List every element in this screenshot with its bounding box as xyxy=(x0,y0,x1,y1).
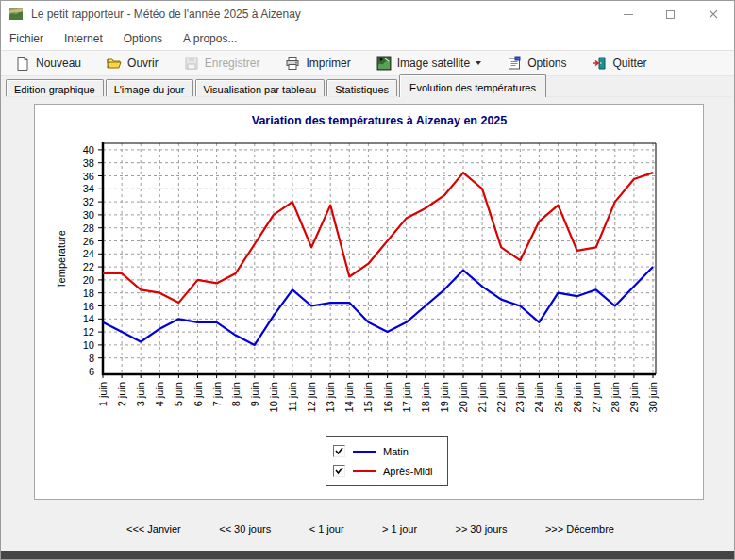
svg-text:8: 8 xyxy=(89,353,94,364)
tab-edition-graphique[interactable]: Edition graphique xyxy=(6,79,104,96)
tab-evolution-des-temp-ratures[interactable]: Evolution des températures xyxy=(399,74,546,97)
window-controls xyxy=(607,1,734,27)
window-bottom-edge xyxy=(1,551,734,559)
svg-text:8 juin: 8 juin xyxy=(230,382,242,406)
menubar: FichierInternetOptionsA propos... xyxy=(1,27,734,50)
window-title: Le petit rapporteur - Météo de l'année 2… xyxy=(31,8,301,21)
toolbar-button-label: Image satellite xyxy=(397,57,470,70)
svg-text:13 juin: 13 juin xyxy=(325,382,336,412)
menu-item-internet[interactable]: Internet xyxy=(64,32,103,45)
menu-item-fichier[interactable]: Fichier xyxy=(9,32,43,45)
legend-checkbox-apr-s-midi[interactable] xyxy=(333,465,345,477)
svg-text:Température: Température xyxy=(56,230,67,288)
svg-text:21 juin: 21 juin xyxy=(476,382,488,412)
svg-text:4 juin: 4 juin xyxy=(154,382,165,406)
toolbar-button-label: Nouveau xyxy=(36,57,81,70)
svg-text:6 juin: 6 juin xyxy=(192,382,204,406)
toolbar-button-imprimer[interactable]: Imprimer xyxy=(285,56,350,71)
nav-1-jour[interactable]: < 1 jour xyxy=(309,523,344,535)
series-line-matin xyxy=(103,267,653,345)
svg-text:25 juin: 25 juin xyxy=(553,382,564,412)
legend-label: Après-Midi xyxy=(383,466,433,477)
chart-container: 68101214161820222426283032343638401 juin… xyxy=(34,104,704,500)
tab-visualisation-par-tableau[interactable]: Visualisation par tableau xyxy=(195,79,326,96)
tab-strip: Edition graphiqueL'image du jourVisualis… xyxy=(6,77,548,96)
legend-line-sample xyxy=(353,470,376,472)
svg-text:38: 38 xyxy=(83,157,94,169)
svg-text:14 juin: 14 juin xyxy=(343,382,355,412)
svg-text:30 juin: 30 juin xyxy=(647,382,659,412)
open-folder-icon xyxy=(107,56,122,71)
menu-item-options[interactable]: Options xyxy=(124,32,162,45)
toolbar: NouveauOuvrirEnregistrerImprimerImage sa… xyxy=(1,50,734,76)
maximize-button[interactable] xyxy=(649,1,692,27)
svg-text:10: 10 xyxy=(83,339,94,351)
legend-label: Matin xyxy=(383,446,409,457)
toolbar-button-label: Imprimer xyxy=(306,57,350,70)
svg-text:18 juin: 18 juin xyxy=(420,382,431,412)
svg-text:27 juin: 27 juin xyxy=(591,382,602,412)
svg-text:20 juin: 20 juin xyxy=(458,382,469,412)
tab-page-evolution: 68101214161820222426283032343638401 juin… xyxy=(4,96,731,551)
svg-text:24 juin: 24 juin xyxy=(533,382,544,412)
svg-text:5 juin: 5 juin xyxy=(173,382,184,406)
toolbar-button-enregistrer[interactable]: Enregistrer xyxy=(184,56,260,71)
nav-janvier[interactable]: <<< Janvier xyxy=(126,523,181,535)
close-icon xyxy=(709,9,718,19)
svg-text:10 juin: 10 juin xyxy=(268,382,279,412)
close-button[interactable] xyxy=(692,1,734,27)
toolbar-button-ouvrir[interactable]: Ouvrir xyxy=(107,56,159,71)
application-window: Le petit rapporteur - Météo de l'année 2… xyxy=(0,0,735,560)
svg-text:28 juin: 28 juin xyxy=(610,382,621,412)
satellite-image-icon xyxy=(376,56,392,71)
svg-text:23 juin: 23 juin xyxy=(514,382,526,412)
svg-text:16 juin: 16 juin xyxy=(382,382,393,412)
nav-1-jour[interactable]: > 1 jour xyxy=(382,523,417,535)
svg-text:18: 18 xyxy=(83,288,94,299)
svg-text:12 juin: 12 juin xyxy=(306,382,317,412)
legend-item-apr-s-midi: Après-Midi xyxy=(333,461,441,481)
svg-text:40: 40 xyxy=(83,144,94,156)
toolbar-button-nouveau[interactable]: Nouveau xyxy=(15,56,81,71)
legend-checkbox-matin[interactable] xyxy=(333,445,345,457)
svg-text:28: 28 xyxy=(83,222,94,234)
svg-text:14: 14 xyxy=(83,313,94,324)
svg-text:11 juin: 11 juin xyxy=(287,382,298,412)
svg-text:24: 24 xyxy=(83,248,94,259)
minimize-button[interactable] xyxy=(607,1,649,27)
toolbar-button-options[interactable]: Options xyxy=(507,56,566,71)
save-floppy-icon xyxy=(184,56,199,71)
toolbar-button-label: Enregistrer xyxy=(205,57,260,70)
svg-text:17 juin: 17 juin xyxy=(401,382,412,412)
svg-text:Variation des températures à A: Variation des températures à Aizenay en … xyxy=(252,114,508,127)
new-document-icon xyxy=(15,56,30,71)
nav-d-cembre[interactable]: >>> Décembre xyxy=(545,523,614,535)
svg-text:16: 16 xyxy=(83,301,94,312)
svg-text:26 juin: 26 juin xyxy=(572,382,583,412)
svg-text:19 juin: 19 juin xyxy=(439,382,450,412)
nav-30-jours[interactable]: >> 30 jours xyxy=(455,523,507,535)
toolbar-button-image-satellite[interactable]: Image satellite xyxy=(376,56,481,71)
printer-icon xyxy=(285,56,300,71)
svg-text:32: 32 xyxy=(83,196,94,207)
menu-item-a-propos[interactable]: A propos... xyxy=(183,32,237,45)
app-icon xyxy=(8,7,24,22)
title-bar: Le petit rapporteur - Météo de l'année 2… xyxy=(1,1,734,27)
toolbar-button-quitter[interactable]: Quitter xyxy=(592,56,646,71)
toolbar-button-label: Options xyxy=(527,57,566,70)
toolbar-button-label: Ouvrir xyxy=(127,57,159,70)
svg-text:7 juin: 7 juin xyxy=(211,382,223,406)
nav-30-jours[interactable]: << 30 jours xyxy=(219,523,271,535)
svg-text:22: 22 xyxy=(83,261,94,272)
legend-line-sample xyxy=(353,451,376,453)
tab-statistiques[interactable]: Statistiques xyxy=(326,79,397,96)
date-navigation: <<< Janvier<< 30 jours< 1 jour> 1 jour>>… xyxy=(126,523,614,535)
check-icon xyxy=(335,447,343,455)
svg-text:15 juin: 15 juin xyxy=(362,382,374,412)
svg-text:6: 6 xyxy=(89,366,94,377)
svg-text:20: 20 xyxy=(83,274,94,286)
svg-text:1 juin: 1 juin xyxy=(97,382,109,406)
chart-legend: MatinAprès-Midi xyxy=(326,436,448,486)
tab-l-image-du-jour[interactable]: L'image du jour xyxy=(106,79,193,96)
svg-text:12: 12 xyxy=(83,326,94,338)
